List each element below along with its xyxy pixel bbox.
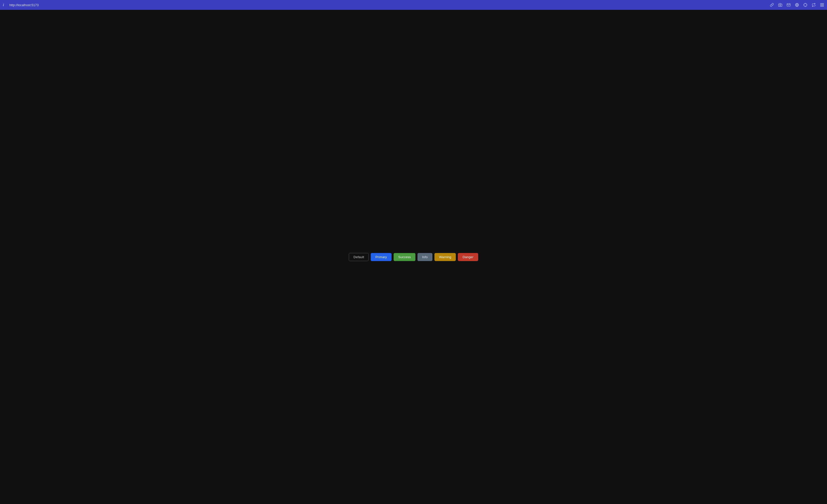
message-icon[interactable] [787,3,790,7]
primary-button[interactable]: Primary [371,253,392,261]
browser-bar: i http://localhost:5173 [0,0,827,10]
svg-rect-11 [821,5,822,6]
browser-icons [770,3,824,7]
camera-icon[interactable] [778,3,782,7]
svg-point-0 [779,4,781,6]
globe-icon[interactable] [795,3,799,7]
main-content: Default Primary Success Info Warning Dan… [0,10,827,504]
default-button[interactable]: Default [349,253,369,261]
success-button[interactable]: Success [394,253,416,261]
info-icon: i [3,3,7,7]
url-bar[interactable]: http://localhost:5173 [9,3,768,7]
layout-icon[interactable] [820,3,824,7]
warning-button[interactable]: Warning [434,253,456,261]
svg-rect-10 [822,5,824,6]
arrows-icon[interactable] [812,3,816,7]
danger-button[interactable]: Danger [458,253,478,261]
svg-rect-8 [821,3,822,5]
svg-rect-9 [822,3,824,5]
link-icon[interactable] [770,3,774,7]
info-button[interactable]: Info [418,253,432,261]
crosshair-icon[interactable] [804,3,807,7]
button-group: Default Primary Success Info Warning Dan… [349,253,478,261]
